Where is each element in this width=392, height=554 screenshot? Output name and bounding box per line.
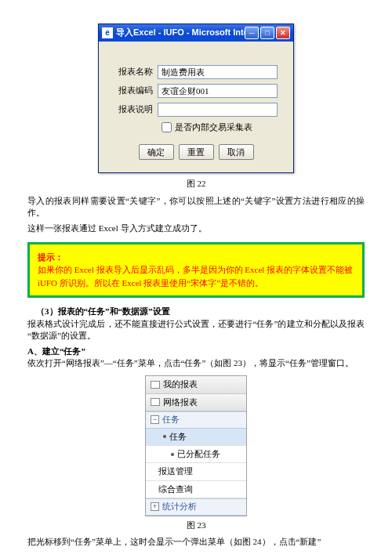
paragraph-5: 把光标移到“任务”菜单上，这时会显示一个弹出菜单（如图 24），点击“新建”	[27, 536, 365, 548]
collapse-icon[interactable]: −	[151, 415, 159, 424]
folder-icon	[151, 398, 160, 406]
report-code-input[interactable]	[158, 84, 278, 98]
netreport-label: 网络报表	[163, 396, 198, 408]
report-desc-input[interactable]	[158, 103, 278, 117]
expand-icon[interactable]: +	[151, 502, 159, 511]
section-3-title: （3）报表的“任务”和“数据源”设置	[27, 306, 365, 317]
group-stats-label: 统计分析	[162, 501, 197, 512]
paragraph-2: 这样一张报表通过 Excel 导入方式建立成功了。	[27, 223, 365, 234]
maximize-button[interactable]: □	[260, 27, 274, 39]
sidebar-item-myreport[interactable]: 我的报表	[146, 376, 246, 393]
task-label: 任务	[169, 431, 187, 443]
dialog-title: 导入Excel - IUFO - Microsoft Inter...	[116, 27, 245, 38]
minimize-button[interactable]: ─	[245, 27, 259, 39]
reset-button[interactable]: 重置	[179, 144, 214, 160]
dialog-title-bar: e 导入Excel - IUFO - Microsoft Inter... ─ …	[99, 24, 293, 42]
sidebar-item-netreport[interactable]: 网络报表	[146, 394, 246, 411]
cancel-button[interactable]: 取消	[219, 144, 254, 160]
figure-22-caption: 图 22	[27, 178, 365, 190]
ie-icon: e	[102, 27, 113, 38]
tip-title: 提示：	[38, 251, 354, 264]
sidebar-item-assigned-task[interactable]: 已分配任务	[146, 446, 246, 463]
myreport-label: 我的报表	[163, 378, 198, 390]
sub-a-title: A、建立“任务”	[27, 346, 365, 357]
bullet-icon	[163, 435, 166, 438]
figure-23-caption: 图 23	[27, 520, 365, 531]
sidebar-item-query[interactable]: 综合查询	[146, 481, 246, 498]
report-code-label: 报表编码	[114, 85, 158, 96]
ok-button[interactable]: 确定	[139, 144, 174, 160]
internal-trade-checkbox[interactable]	[162, 122, 172, 132]
tip-box: 提示： 如果你的 Excel 报表导入后显示乱码，多半是因为你的 Excel 报…	[27, 242, 365, 299]
close-button[interactable]: ✕	[276, 27, 290, 39]
report-name-label: 报表名称	[114, 66, 158, 78]
reportmgr-label: 报送管理	[158, 466, 193, 476]
internal-trade-label: 是否内部交易采集表	[175, 121, 252, 133]
paragraph-1: 导入的报表同样需要设置“关键字”，你可以按照上述的“关键字”设置方法进行相应的操…	[27, 195, 365, 219]
report-desc-label: 报表说明	[114, 103, 158, 115]
bullet-icon	[171, 453, 174, 456]
paragraph-4: 依次打开“网络报表”—“任务”菜单，点击“任务”（如图 23），将显示“任务”管…	[27, 357, 365, 369]
sidebar-item-reportmgr[interactable]: 报送管理	[146, 463, 246, 480]
tip-body: 如果你的 Excel 报表导入后显示乱码，多半是因为你的 Excel 报表的字体…	[38, 263, 354, 289]
group-task-label: 任务	[162, 414, 180, 425]
query-label: 综合查询	[158, 484, 193, 494]
report-name-input[interactable]	[158, 65, 278, 79]
task-sidebar: 我的报表 网络报表 − 任务 任务 已分配任务 报送管理 综合查询 + 统计分析	[145, 375, 247, 516]
sidebar-group-task[interactable]: − 任务	[146, 411, 246, 428]
import-excel-dialog: e 导入Excel - IUFO - Microsoft Inter... ─ …	[98, 24, 294, 173]
folder-icon	[151, 381, 160, 389]
sidebar-item-task[interactable]: 任务	[146, 429, 246, 446]
assigned-task-label: 已分配任务	[177, 448, 220, 460]
paragraph-3: 报表格式设计完成后，还不能直接进行公式设置，还要进行“任务”的建立和分配以及报表…	[27, 318, 365, 342]
sidebar-group-stats[interactable]: + 统计分析	[146, 498, 246, 515]
